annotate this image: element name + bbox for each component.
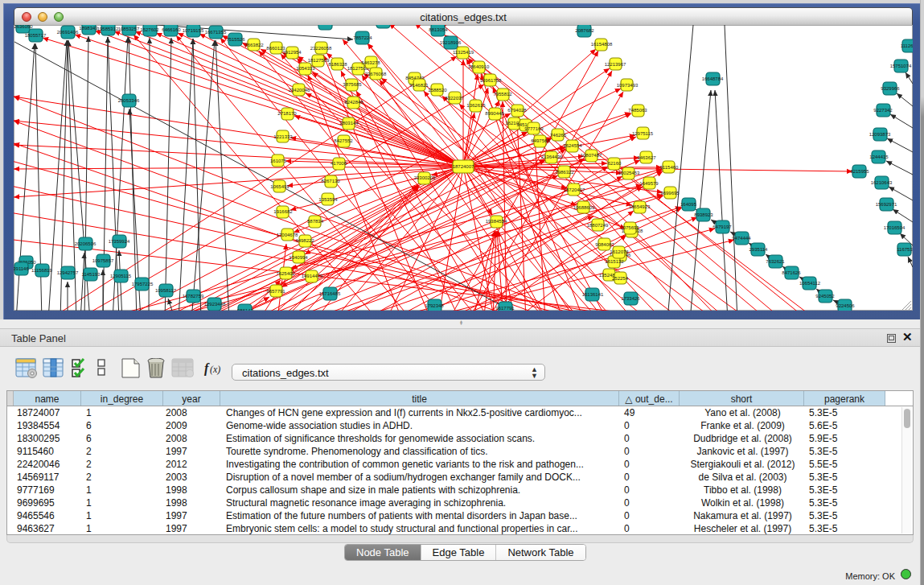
svg-text:6466160: 6466160 bbox=[162, 27, 181, 32]
svg-text:5463278: 5463278 bbox=[361, 60, 380, 65]
svg-text:9146821: 9146821 bbox=[409, 83, 429, 88]
svg-text:12975115: 12975115 bbox=[632, 131, 654, 136]
svg-text:2935114: 2935114 bbox=[749, 247, 769, 252]
svg-text:9777169: 9777169 bbox=[524, 126, 544, 131]
svg-text:1527602: 1527602 bbox=[140, 27, 159, 32]
svg-text:9224506: 9224506 bbox=[836, 303, 855, 308]
svg-text:10719155: 10719155 bbox=[183, 28, 204, 33]
svg-text:417006: 417006 bbox=[331, 161, 347, 166]
svg-text:16671355: 16671355 bbox=[205, 30, 227, 35]
svg-text:12905115: 12905115 bbox=[110, 274, 132, 278]
svg-text:16782759: 16782759 bbox=[183, 294, 204, 299]
svg-text:8427552: 8427552 bbox=[334, 138, 353, 143]
svg-text:8186328: 8186328 bbox=[328, 62, 347, 67]
svg-text:10688609: 10688609 bbox=[573, 205, 595, 210]
svg-text:12093873: 12093873 bbox=[869, 132, 891, 137]
svg-text:18724007: 18724007 bbox=[453, 164, 474, 169]
svg-text:1353594: 1353594 bbox=[318, 197, 338, 202]
svg-text:1916682: 1916682 bbox=[273, 209, 293, 214]
svg-text:18055717: 18055717 bbox=[25, 33, 47, 38]
svg-text:10853257: 10853257 bbox=[118, 27, 140, 31]
svg-text:17359924: 17359924 bbox=[109, 239, 130, 244]
svg-text:1362615: 1362615 bbox=[466, 103, 486, 108]
svg-text:23676068: 23676068 bbox=[365, 72, 387, 76]
svg-text:16648784: 16648784 bbox=[702, 76, 724, 81]
svg-text:1612074: 1612074 bbox=[610, 249, 629, 254]
svg-text:19384554: 19384554 bbox=[486, 219, 507, 224]
svg-text:8215955: 8215955 bbox=[850, 169, 869, 174]
svg-text:18807249: 18807249 bbox=[587, 223, 609, 228]
svg-text:3624554: 3624554 bbox=[563, 143, 582, 148]
svg-text:10973493: 10973493 bbox=[617, 83, 639, 88]
svg-text:23226058: 23226058 bbox=[310, 46, 332, 51]
svg-text:16033809: 16033809 bbox=[314, 25, 336, 26]
svg-text:16210643: 16210643 bbox=[871, 180, 893, 185]
svg-text:9227342: 9227342 bbox=[873, 108, 893, 113]
svg-text:19218906: 19218906 bbox=[440, 40, 462, 45]
svg-text:7663822: 7663822 bbox=[244, 43, 264, 47]
svg-text:9115460: 9115460 bbox=[660, 165, 680, 170]
svg-text:1340994: 1340994 bbox=[289, 255, 308, 260]
svg-text:21364436: 21364436 bbox=[541, 154, 563, 159]
svg-text:15692971: 15692971 bbox=[876, 202, 897, 207]
svg-text:2803144: 2803144 bbox=[339, 121, 359, 126]
svg-text:14914479: 14914479 bbox=[302, 274, 323, 278]
svg-text:7485063: 7485063 bbox=[628, 108, 647, 113]
svg-text:17016504: 17016504 bbox=[884, 225, 906, 230]
svg-text:1075692: 1075692 bbox=[620, 225, 639, 230]
svg-text:7955812: 7955812 bbox=[493, 92, 512, 97]
svg-text:8813054: 8813054 bbox=[429, 27, 448, 32]
svg-text:3875685: 3875685 bbox=[343, 82, 362, 87]
svg-text:10958117: 10958117 bbox=[155, 288, 177, 293]
svg-text:17004678: 17004678 bbox=[277, 233, 298, 237]
svg-text:6497568: 6497568 bbox=[531, 138, 550, 143]
svg-text:9474444: 9474444 bbox=[732, 236, 751, 241]
svg-text:9617791: 9617791 bbox=[495, 306, 515, 311]
svg-text:10975857: 10975857 bbox=[92, 258, 114, 263]
svg-text:1898343: 1898343 bbox=[79, 26, 98, 31]
svg-text:1649579: 1649579 bbox=[639, 181, 659, 186]
svg-text:3912954: 3912954 bbox=[282, 50, 302, 55]
svg-text:(x): (x) bbox=[210, 364, 220, 375]
svg-text:4498222: 4498222 bbox=[295, 238, 314, 243]
svg-text:8938923: 8938923 bbox=[694, 212, 713, 217]
svg-text:23420046: 23420046 bbox=[289, 88, 310, 93]
svg-text:17957225: 17957225 bbox=[132, 282, 154, 286]
svg-text:8322037: 8322037 bbox=[445, 96, 464, 101]
svg-text:23300205: 23300205 bbox=[414, 175, 436, 180]
svg-text:1588520: 1588520 bbox=[428, 88, 447, 93]
svg-text:1615132: 1615132 bbox=[605, 259, 624, 264]
svg-text:8471626: 8471626 bbox=[782, 270, 801, 275]
svg-text:12213967: 12213967 bbox=[605, 62, 626, 67]
svg-text:9699695: 9699695 bbox=[660, 191, 680, 196]
svg-text:10654112: 10654112 bbox=[799, 281, 821, 286]
svg-text:10807487: 10807487 bbox=[581, 153, 602, 158]
svg-text:1792348: 1792348 bbox=[425, 303, 444, 308]
svg-text:15751074: 15751074 bbox=[890, 64, 912, 68]
svg-text:746266: 746266 bbox=[550, 133, 567, 138]
svg-text:11325419: 11325419 bbox=[453, 50, 474, 55]
svg-text:7632621: 7632621 bbox=[766, 259, 785, 264]
svg-text:1054333: 1054333 bbox=[296, 66, 315, 71]
svg-text:20206506: 20206506 bbox=[75, 241, 97, 246]
svg-text:1244415: 1244415 bbox=[869, 154, 889, 159]
svg-text:12923448: 12923448 bbox=[204, 302, 226, 307]
svg-text:1112640: 1112640 bbox=[901, 43, 913, 48]
svg-text:15716485: 15716485 bbox=[319, 291, 341, 296]
svg-text:6479197: 6479197 bbox=[713, 225, 732, 229]
svg-text:8242848: 8242848 bbox=[344, 100, 363, 105]
svg-text:7857224: 7857224 bbox=[353, 35, 372, 40]
svg-text:f: f bbox=[204, 361, 210, 376]
svg-text:164095: 164095 bbox=[680, 202, 697, 207]
svg-text:986142: 986142 bbox=[237, 308, 254, 311]
svg-text:2636050: 2636050 bbox=[14, 25, 33, 29]
svg-text:1145193: 1145193 bbox=[82, 272, 101, 277]
svg-text:7515526: 7515526 bbox=[226, 37, 245, 42]
svg-text:7625402: 7625402 bbox=[276, 271, 295, 276]
svg-text:6794028: 6794028 bbox=[507, 108, 527, 113]
svg-text:8267130: 8267130 bbox=[321, 179, 340, 183]
svg-text:9463627: 9463627 bbox=[637, 155, 656, 160]
svg-text:116753: 116753 bbox=[897, 247, 913, 252]
svg-text:10025453: 10025453 bbox=[618, 171, 640, 175]
svg-text:16961758: 16961758 bbox=[480, 78, 502, 83]
